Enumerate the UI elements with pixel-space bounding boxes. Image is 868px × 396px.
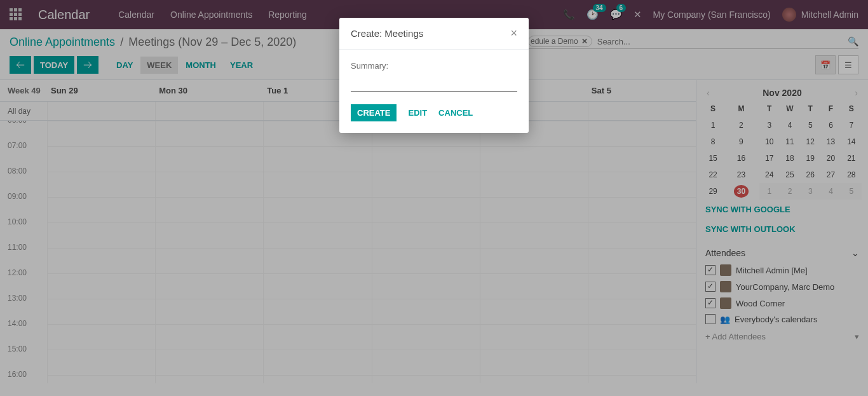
close-icon[interactable]: ×: [510, 27, 517, 40]
edit-button[interactable]: EDIT: [408, 108, 427, 118]
summary-label: Summary:: [351, 61, 517, 71]
cancel-button[interactable]: CANCEL: [438, 108, 473, 118]
modal-backdrop[interactable]: Create: Meetings × Summary: CREATE EDIT …: [0, 0, 868, 396]
create-button[interactable]: CREATE: [351, 104, 397, 121]
modal-title: Create: Meetings: [351, 28, 423, 39]
summary-input[interactable]: [351, 76, 517, 92]
create-meeting-modal: Create: Meetings × Summary: CREATE EDIT …: [339, 18, 529, 133]
